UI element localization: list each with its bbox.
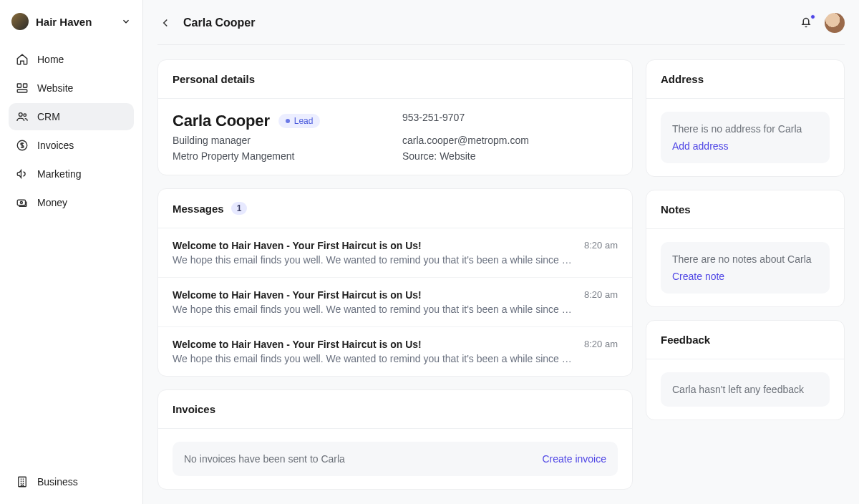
contact-source: Source: Website xyxy=(402,150,618,162)
building-icon xyxy=(16,475,29,488)
message-item[interactable]: Welcome to Hair Haven - Your First Hairc… xyxy=(158,326,632,376)
message-subject: Welcome to Hair Haven - Your First Hairc… xyxy=(173,240,573,251)
page-title: Carla Cooper xyxy=(183,16,789,29)
svg-rect-6 xyxy=(17,200,25,205)
sidebar-item-business[interactable]: Business xyxy=(9,468,134,495)
sidebar-label: Website xyxy=(37,82,73,94)
sidebar-item-crm[interactable]: CRM xyxy=(9,103,134,130)
message-preview: We hope this email finds you well. We wa… xyxy=(173,254,573,266)
users-icon xyxy=(16,110,29,123)
messages-count-badge: 1 xyxy=(231,202,248,215)
invoices-title: Invoices xyxy=(158,390,632,429)
personal-details-title: Personal details xyxy=(158,60,632,99)
sidebar-item-marketing[interactable]: Marketing xyxy=(9,160,134,188)
message-subject: Welcome to Hair Haven - Your First Hairc… xyxy=(173,339,573,350)
status-dot-icon xyxy=(286,119,290,123)
invoices-empty-text: No invoices have been sent to Carla xyxy=(184,453,345,465)
messages-card: Messages 1 Welcome to Hair Haven - Your … xyxy=(157,188,633,377)
workspace-switcher[interactable]: Hair Haven xyxy=(9,9,134,42)
invoices-card: Invoices No invoices have been sent to C… xyxy=(157,389,633,490)
messages-list: Welcome to Hair Haven - Your First Hairc… xyxy=(158,228,632,376)
messages-title: Messages xyxy=(173,203,224,215)
megaphone-icon xyxy=(16,168,29,180)
svg-point-4 xyxy=(24,114,26,117)
address-title: Address xyxy=(646,60,844,99)
message-preview: We hope this email finds you well. We wa… xyxy=(173,353,573,364)
sidebar-item-home[interactable]: Home xyxy=(9,46,134,73)
create-note-button[interactable]: Create note xyxy=(672,271,818,282)
message-preview: We hope this email finds you well. We wa… xyxy=(173,304,573,315)
workspace-name: Hair Haven xyxy=(36,16,114,28)
feedback-empty-text: Carla hasn't left any feedback xyxy=(672,384,818,395)
chevron-down-icon xyxy=(121,16,131,26)
contact-role: Building manager xyxy=(173,135,388,146)
sidebar-item-money[interactable]: Money xyxy=(9,189,134,216)
notes-title: Notes xyxy=(646,190,844,229)
contact-email: carla.cooper@metropm.com xyxy=(402,135,618,146)
sidebar-label: Money xyxy=(37,197,67,208)
nav-list: Home Website CRM Invoices Marketing Mone… xyxy=(9,46,134,495)
feedback-card: Feedback Carla hasn't left any feedback xyxy=(646,320,845,420)
create-invoice-button[interactable]: Create invoice xyxy=(543,453,607,465)
cash-icon xyxy=(16,196,29,209)
sidebar-label: Marketing xyxy=(37,168,81,180)
sidebar: Hair Haven Home Website CRM Invoices xyxy=(0,0,143,504)
notes-card: Notes There are no notes about Carla Cre… xyxy=(646,190,845,307)
message-time: 8:20 am xyxy=(584,339,618,364)
contact-name: Carla Cooper xyxy=(173,112,270,130)
svg-point-3 xyxy=(19,113,22,117)
contact-phone: 953-251-9707 xyxy=(402,112,618,130)
message-time: 8:20 am xyxy=(584,289,618,315)
personal-details-card: Personal details Carla Cooper Lead 953-2… xyxy=(157,59,633,175)
address-card: Address There is no address for Carla Ad… xyxy=(646,59,845,177)
contact-company: Metro Property Mangement xyxy=(173,150,388,162)
notes-empty-text: There are no notes about Carla xyxy=(672,253,818,265)
address-empty-text: There is no address for Carla xyxy=(672,123,818,135)
notifications-button[interactable] xyxy=(799,15,815,31)
svg-rect-1 xyxy=(24,84,27,87)
sidebar-label: Invoices xyxy=(37,140,74,151)
status-badge-label: Lead xyxy=(294,116,314,126)
sidebar-label: CRM xyxy=(37,111,60,122)
feedback-title: Feedback xyxy=(646,321,844,359)
message-subject: Welcome to Hair Haven - Your First Hairc… xyxy=(173,289,573,301)
svg-rect-0 xyxy=(17,84,21,87)
main: Carla Cooper Personal details Carla Coop… xyxy=(143,0,859,504)
sidebar-label: Home xyxy=(37,54,64,65)
notification-dot-icon xyxy=(810,14,815,19)
sidebar-item-website[interactable]: Website xyxy=(9,74,134,102)
header: Carla Cooper xyxy=(143,0,859,44)
workspace-avatar xyxy=(11,13,29,30)
layout-icon xyxy=(16,82,29,94)
svg-point-7 xyxy=(20,202,22,204)
add-address-button[interactable]: Add address xyxy=(672,140,818,152)
message-time: 8:20 am xyxy=(584,240,618,266)
status-badge: Lead xyxy=(278,114,321,128)
message-item[interactable]: Welcome to Hair Haven - Your First Hairc… xyxy=(158,228,632,277)
dollar-circle-icon xyxy=(16,139,29,152)
user-avatar[interactable] xyxy=(825,13,845,33)
sidebar-item-invoices[interactable]: Invoices xyxy=(9,132,134,159)
message-item[interactable]: Welcome to Hair Haven - Your First Hairc… xyxy=(158,277,632,326)
sidebar-label: Business xyxy=(37,476,78,488)
svg-rect-2 xyxy=(17,89,27,92)
back-button[interactable] xyxy=(157,15,173,31)
home-icon xyxy=(16,53,29,66)
